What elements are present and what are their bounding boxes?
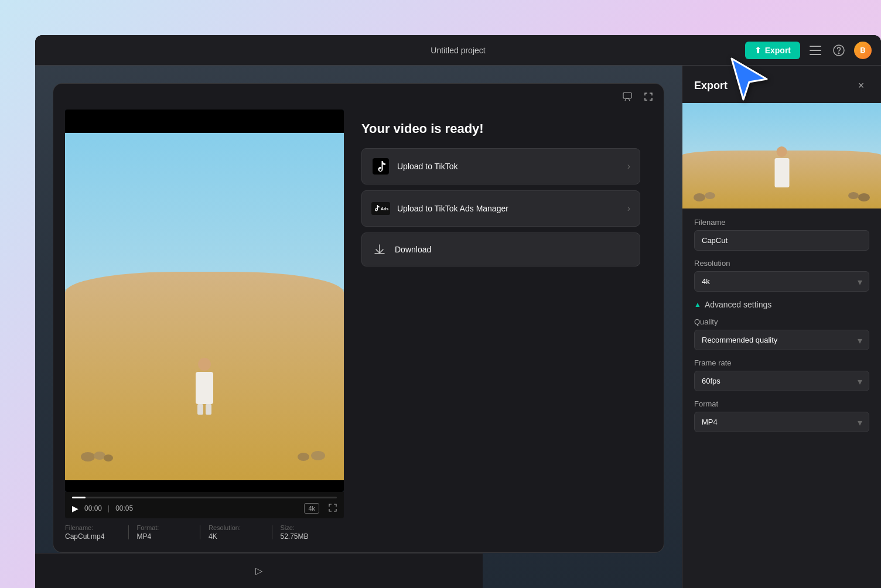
svg-text:Ads: Ads [381, 207, 388, 211]
export-panel: Export × [682, 66, 881, 588]
format-select[interactable]: MP4 MOV [694, 412, 869, 432]
video-scene [65, 133, 344, 480]
video-frame [65, 110, 344, 492]
actions-section: Your video is ready! [344, 110, 652, 541]
svg-rect-1 [810, 50, 821, 51]
play-button[interactable]: ▶ [72, 504, 78, 513]
upload-tiktok-left: Upload to TikTok [371, 157, 458, 176]
svg-point-16 [858, 193, 870, 201]
popup-content: ▶ 00:00 | 00:05 4k [53, 110, 664, 552]
avatar-initial: B [860, 46, 865, 54]
figure-legs [193, 404, 216, 415]
export-up-icon: ⬆ [754, 46, 762, 55]
controls-row: ▶ 00:00 | 00:05 4k [72, 503, 337, 514]
timeline-play-icon: ▷ [255, 566, 262, 576]
export-panel-title: Export [694, 80, 728, 92]
timeline-area: ▷ [35, 553, 483, 588]
tiktok-icon [371, 157, 390, 176]
timeline-play-button[interactable]: ▷ [255, 565, 262, 576]
total-time: 00:05 [115, 504, 133, 512]
size-label: Size: [281, 524, 344, 531]
tiktok-ads-logo: Ads [371, 202, 390, 215]
filename-value: CapCut.mp4 [65, 532, 129, 541]
resolution-value: 4K [209, 532, 272, 541]
svg-rect-2 [810, 54, 821, 55]
tiktok-logo [373, 158, 389, 175]
chevron-right-icon: › [627, 161, 630, 172]
filename-form-label: Filename [694, 218, 869, 227]
download-label: Download [395, 245, 431, 254]
video-bottom-letterbox [65, 480, 344, 492]
size-value: 52.75MB [281, 532, 344, 541]
resolution-select[interactable]: 4k 1080p 720p [694, 271, 869, 292]
upload-tiktok-label: Upload to TikTok [397, 162, 458, 171]
video-thumbnail [65, 110, 344, 492]
upload-tiktok-button[interactable]: Upload to TikTok › [361, 148, 640, 184]
download-left: Download [371, 241, 431, 258]
download-button[interactable]: Download [361, 233, 640, 266]
format-value: MP4 [137, 532, 201, 541]
expand-icon[interactable] [640, 88, 657, 105]
user-avatar[interactable]: B [854, 42, 872, 59]
framerate-select[interactable]: 60fps 30fps 24fps [694, 371, 869, 391]
fullscreen-button[interactable] [329, 504, 337, 514]
ready-title: Your video is ready! [361, 121, 640, 136]
svg-point-9 [298, 453, 309, 461]
file-info-size: Size: 52.75MB [272, 524, 344, 541]
tiktok-ads-icon: Ads [371, 199, 390, 218]
app-body: ▶ 00:00 | 00:05 4k [35, 66, 881, 588]
figure-head [198, 358, 211, 371]
file-info: Filename: CapCut.mp4 Format: MP4 Resolut… [65, 518, 344, 541]
format-label: Format: [137, 524, 201, 531]
export-preview [682, 103, 881, 208]
resolution-form-label: Resolution [694, 259, 869, 268]
upload-tiktok-ads-label: Upload to TikTok Ads Manager [397, 204, 508, 213]
quality-select[interactable]: Recommended quality High quality Low qua… [694, 330, 869, 350]
svg-point-13 [694, 193, 705, 201]
file-info-format: Format: MP4 [129, 524, 201, 541]
video-ready-popup: ▶ 00:00 | 00:05 4k [53, 83, 664, 553]
svg-point-4 [838, 53, 839, 54]
project-title: Untitled project [431, 46, 485, 55]
popup-toolbar [53, 84, 664, 110]
export-button-label: Export [765, 46, 791, 55]
quality-form-label: Quality [694, 317, 869, 326]
svg-point-8 [104, 454, 113, 461]
svg-rect-5 [623, 93, 631, 98]
preview-body [774, 158, 789, 187]
help-icon[interactable] [831, 42, 847, 59]
resolution-label: Resolution: [209, 524, 272, 531]
export-header: Export × [682, 66, 881, 103]
svg-point-10 [311, 451, 325, 460]
current-time: 00:00 [84, 504, 102, 512]
format-form-label: Format [694, 399, 869, 408]
filename-input[interactable] [694, 230, 869, 251]
video-top-letterbox [65, 110, 344, 133]
figure-leg-right [206, 404, 211, 415]
video-section: ▶ 00:00 | 00:05 4k [65, 110, 344, 541]
upload-tiktok-ads-button[interactable]: Ads Upload to TikTok Ads Manager › [361, 190, 640, 227]
resolution-select-wrapper: 4k 1080p 720p ▾ [694, 271, 869, 292]
app-window: Untitled project ⬆ Export [35, 35, 881, 588]
advanced-toggle-icon: ▲ [694, 300, 701, 309]
format-select-wrapper: MP4 MOV ▾ [694, 412, 869, 432]
video-controls: ▶ 00:00 | 00:05 4k [65, 492, 344, 518]
quality-badge[interactable]: 4k [304, 503, 319, 514]
filename-label: Filename: [65, 524, 129, 531]
export-button[interactable]: ⬆ Export [745, 42, 800, 59]
advanced-settings-toggle[interactable]: ▲ Advanced settings [694, 300, 869, 309]
top-bar: Untitled project ⬆ Export [35, 35, 881, 66]
comment-icon[interactable] [619, 88, 636, 105]
figure-leg-left [197, 404, 203, 415]
figure-body [196, 372, 213, 404]
progress-bar[interactable] [72, 497, 337, 498]
svg-point-7 [94, 452, 105, 460]
progress-fill [72, 497, 86, 498]
framerate-select-wrapper: 60fps 30fps 24fps ▾ [694, 371, 869, 391]
scene-sky [65, 133, 344, 289]
preview-figure [774, 146, 789, 187]
file-info-resolution: Resolution: 4K [200, 524, 272, 541]
upload-tiktok-ads-left: Ads Upload to TikTok Ads Manager [371, 199, 508, 218]
menu-icon[interactable] [807, 42, 824, 59]
export-close-button[interactable]: × [853, 77, 869, 94]
